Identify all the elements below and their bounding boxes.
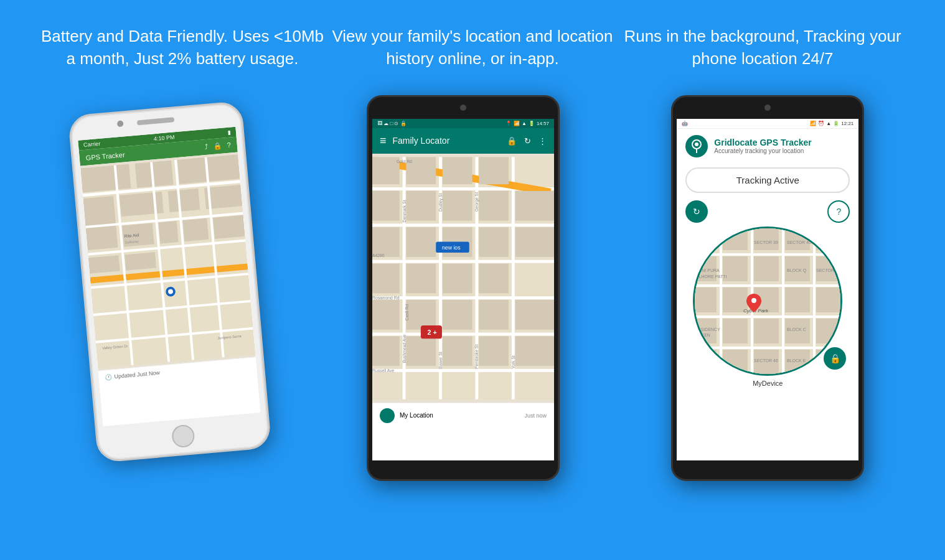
svg-text:Gold Rd: Gold Rd bbox=[397, 159, 412, 164]
help-action-button[interactable]: ? bbox=[827, 200, 850, 223]
features-section: Battery and Data Friendly. Uses <10Mb a … bbox=[0, 0, 945, 89]
svg-rect-93 bbox=[695, 284, 842, 287]
svg-rect-113 bbox=[785, 287, 810, 312]
svg-rect-19 bbox=[85, 226, 118, 250]
android-status-bar-right: 🤖 📶 ⏰ ▲ 🔋 12:21 bbox=[677, 119, 858, 129]
svg-rect-38 bbox=[372, 369, 554, 372]
iphone-time: 4:10 PM bbox=[153, 134, 174, 142]
hamburger-icon[interactable]: ≡ bbox=[380, 134, 387, 147]
signal-icon-right: ▲ bbox=[826, 121, 831, 126]
phone-android-mid: 🖼 ☁ □ ⊙ 🔒 📍 📶 ▲ 🔋 14:57 ≡ Family Locator… bbox=[367, 95, 560, 481]
svg-rect-54 bbox=[406, 227, 436, 257]
svg-rect-25 bbox=[125, 252, 156, 271]
refresh-action-button[interactable]: ↻ bbox=[685, 200, 708, 223]
svg-rect-50 bbox=[443, 191, 472, 221]
phones-section: Carrier 4:10 PM ▮ GPS Tracker ⤴ 🔒 ? bbox=[0, 89, 945, 560]
battery-icon: ▮ bbox=[227, 129, 231, 135]
share-icon[interactable]: ⤴ bbox=[204, 142, 209, 151]
time-right: 12:21 bbox=[841, 121, 853, 126]
tracking-active-button[interactable]: Tracking Active bbox=[685, 167, 850, 193]
lock-icon[interactable]: 🔒 bbox=[213, 142, 222, 151]
svg-rect-68 bbox=[406, 336, 436, 366]
iphone-side-button-3 bbox=[78, 251, 83, 276]
android-status-right-icons: 📶 ⏰ ▲ 🔋 12:21 bbox=[810, 121, 853, 126]
app-header-right: Gridlocate GPS Tracker Accurately tracki… bbox=[677, 129, 858, 164]
svg-rect-69 bbox=[443, 336, 472, 366]
svg-rect-67 bbox=[372, 336, 400, 366]
map-circle: SECTOR 40 BLOCK Q SECTOR 39 SAINI PURA K… bbox=[693, 226, 842, 376]
svg-rect-107 bbox=[754, 256, 779, 281]
svg-rect-65 bbox=[479, 300, 509, 330]
lock-icon-mid[interactable]: 🔒 bbox=[507, 136, 517, 146]
svg-rect-22 bbox=[182, 218, 209, 241]
svg-rect-62 bbox=[372, 300, 400, 330]
svg-rect-56 bbox=[479, 227, 509, 257]
app-subtitle-right: Accurately tracking your location bbox=[714, 147, 811, 154]
svg-rect-95 bbox=[695, 347, 842, 349]
svg-rect-37 bbox=[372, 332, 554, 335]
iphone-speaker bbox=[136, 117, 174, 125]
svg-rect-110 bbox=[695, 287, 717, 312]
svg-rect-53 bbox=[372, 227, 400, 257]
svg-rect-44 bbox=[372, 157, 400, 184]
svg-rect-71 bbox=[515, 336, 554, 366]
svg-rect-102 bbox=[754, 228, 779, 250]
svg-rect-121 bbox=[723, 350, 748, 376]
svg-rect-57 bbox=[515, 227, 554, 257]
svg-rect-46 bbox=[443, 157, 472, 184]
svg-text:Castl Rd: Castl Rd bbox=[405, 304, 409, 320]
iphone-home-button[interactable] bbox=[171, 424, 195, 448]
android-map-mid: Denmark St Dudley St George St Rosamond … bbox=[372, 154, 554, 403]
svg-text:2 +: 2 + bbox=[428, 329, 437, 336]
svg-rect-52 bbox=[515, 191, 554, 221]
gps-pin-icon bbox=[690, 139, 703, 153]
svg-rect-122 bbox=[754, 350, 779, 376]
main-container: Battery and Data Friendly. Uses <10Mb a … bbox=[0, 0, 945, 560]
svg-text:SECTOR 40: SECTOR 40 bbox=[787, 240, 811, 245]
svg-rect-96 bbox=[720, 228, 722, 376]
svg-text:Rosamond Rd: Rosamond Rd bbox=[372, 296, 400, 300]
more-icon-mid[interactable]: ⋮ bbox=[538, 136, 547, 146]
svg-text:BLOCK Q: BLOCK Q bbox=[787, 268, 807, 273]
svg-rect-101 bbox=[723, 228, 748, 250]
android-camera-right bbox=[764, 105, 771, 111]
iphone-screen: Carrier 4:10 PM ▮ GPS Tracker ⤴ 🔒 ? bbox=[78, 127, 260, 426]
iphone-toolbar-icons: ⤴ 🔒 ? bbox=[204, 141, 231, 151]
svg-rect-35 bbox=[372, 260, 554, 263]
svg-rect-63 bbox=[406, 300, 436, 330]
svg-text:SECTOR 45: SECTOR 45 bbox=[816, 268, 840, 273]
refresh-icon-mid[interactable]: ↻ bbox=[524, 136, 531, 146]
svg-rect-23 bbox=[213, 215, 245, 238]
user-avatar bbox=[380, 408, 395, 423]
svg-rect-36 bbox=[372, 296, 554, 299]
svg-text:Denmark St: Denmark St bbox=[402, 200, 407, 222]
android-status-icons: 🖼 ☁ □ ⊙ 🔒 bbox=[377, 121, 407, 126]
svg-text:RESIDENCY: RESIDENCY bbox=[695, 327, 720, 332]
iphone-app-title: GPS Tracker bbox=[85, 151, 125, 161]
svg-rect-59 bbox=[406, 263, 436, 293]
svg-text:Russell Ave: Russell Ave bbox=[372, 368, 395, 373]
lock-button-right[interactable]: 🔒 bbox=[824, 347, 846, 370]
carrier-label: Carrier bbox=[83, 141, 100, 148]
svg-point-89 bbox=[695, 142, 698, 146]
svg-rect-21 bbox=[158, 221, 178, 244]
iphone-side-button-1 bbox=[73, 192, 78, 210]
svg-rect-119 bbox=[816, 319, 842, 343]
iphone-camera bbox=[116, 120, 123, 127]
svg-rect-47 bbox=[479, 157, 509, 184]
svg-text:A4280: A4280 bbox=[372, 253, 385, 258]
time-mid: 14:57 bbox=[537, 121, 549, 126]
app-icon-right bbox=[685, 135, 708, 157]
iphone-map-svg: Rite Aid Safeway Valley Green Dr Juniper… bbox=[80, 152, 255, 370]
android-screen-right: 🤖 📶 ⏰ ▲ 🔋 12:21 bbox=[677, 119, 858, 460]
android-toolbar-mid: ≡ Family Locator 🔒 ↻ ⋮ bbox=[372, 128, 554, 154]
svg-text:Pembroke St: Pembroke St bbox=[474, 344, 479, 368]
svg-rect-6 bbox=[167, 189, 200, 212]
iphone-side-button-2 bbox=[75, 220, 80, 245]
svg-rect-92 bbox=[695, 253, 842, 256]
help-icon[interactable]: ? bbox=[227, 141, 231, 149]
android-screen-mid: 🖼 ☁ □ ⊙ 🔒 📍 📶 ▲ 🔋 14:57 ≡ Family Locator… bbox=[372, 119, 554, 460]
app-title-right: Gridlocate GPS Tracker bbox=[714, 138, 811, 147]
android-map-svg: Denmark St Dudley St George St Rosamond … bbox=[372, 154, 554, 403]
feature-1-text: Battery and Data Friendly. Uses <10Mb a … bbox=[39, 25, 326, 70]
